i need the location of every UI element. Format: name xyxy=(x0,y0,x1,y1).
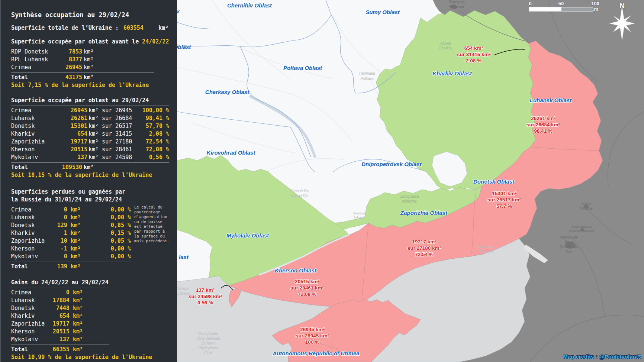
row-total-area: km² sur 26517 xyxy=(88,122,132,130)
row-oblast: RDP Donetsk xyxy=(11,48,65,56)
map-label-cherkasy: Cherkasy Oblast xyxy=(205,89,249,95)
row-delta: 10 km² xyxy=(45,237,81,245)
row-unit: km² xyxy=(84,56,94,64)
total-label: Total xyxy=(11,263,45,271)
city-kharkiv-ua: Харків xyxy=(440,41,451,45)
row-area: 654 xyxy=(61,130,87,138)
row-oblast: Kharkiv xyxy=(11,229,45,237)
annotation-line: 15301 km² xyxy=(487,190,521,197)
row-percent: 0,56 % xyxy=(132,153,169,161)
city-rostov-4: Don xyxy=(566,250,572,254)
row-gain: 137 km² xyxy=(41,336,83,343)
total-area-row: Superficie totale de l’Ukraine : 603554 … xyxy=(11,24,168,32)
table-row: Kharkiv 654 km² xyxy=(11,312,177,320)
total-label: Total xyxy=(11,74,61,81)
table-row: Zaporizhia 19717 km² xyxy=(11,320,177,328)
divider xyxy=(11,205,132,205)
row-oblast: Zaporizhia xyxy=(11,237,45,245)
divider xyxy=(11,72,154,73)
table-row: Kherson 20515 km² sur 28461 72,08 % xyxy=(11,146,169,153)
table-row: RPL Luhansk 8377 km² xyxy=(11,56,177,64)
total-row: Total 43175 km² xyxy=(11,74,177,81)
sea-label-phyllo-3: Zernov's xyxy=(201,341,215,345)
map-label-oblast-partial: Oblast xyxy=(177,44,191,50)
map-label-kirovohrad: Kirovohrad Oblast xyxy=(207,149,255,156)
annotation-line: 72.54 % xyxy=(408,251,441,258)
annotation-line: 72.08 % xyxy=(290,291,324,297)
map-label-sumy: Sumy Oblast xyxy=(366,9,400,15)
row-delta: 0 km² xyxy=(45,253,81,261)
row-percent: 0,05 % xyxy=(81,237,131,245)
row-percent: 0,15 % xyxy=(81,229,131,237)
city-novocherkassk-1: Новочеркаськ xyxy=(571,225,592,229)
row-percent: 57,70 % xyxy=(132,122,169,130)
table-row: Kherson 20515 km² xyxy=(11,328,177,336)
row-oblast: Mykolaiv xyxy=(11,153,61,161)
total-label: Total xyxy=(11,164,61,171)
annotation-line: sur 27180 km² xyxy=(408,245,441,251)
row-area: 26261 xyxy=(61,114,87,122)
table-row: Mykolaiv 137 km² sur 24598 0,56 % xyxy=(11,153,169,161)
row-delta: 0 km² xyxy=(45,206,81,214)
row-total-area: km² sur 26945 xyxy=(88,107,132,114)
annotation-line: sur 24598 km² xyxy=(189,293,222,300)
row-area: 15301 xyxy=(61,122,87,130)
table-row: Mykolaiv 137 km² xyxy=(11,336,177,343)
row-oblast: Crimea xyxy=(11,64,65,71)
table-before: RDP Donetsk 7853 km² RPL Luhansk 8377 km… xyxy=(11,48,177,71)
row-total-area: km² sur 24598 xyxy=(88,153,132,161)
row-area: 20515 xyxy=(61,146,87,153)
row-oblast: Kherson xyxy=(11,328,41,336)
map-label-chernihiv: Chernihiv Oblast xyxy=(227,2,272,9)
scale-bar-graphic xyxy=(529,7,593,12)
table-row: Crimea 0 km² xyxy=(11,289,177,297)
section-delta-heading-2: la Russie du 31/01/24 au 29/02/24 xyxy=(11,196,177,204)
city-kharkiv-de: Charkiw xyxy=(439,46,452,50)
row-oblast: Kharkiv xyxy=(11,130,61,138)
row-oblast: Kharkiv xyxy=(11,312,41,320)
sea-label-phyllo-4: Phyllophora xyxy=(199,346,218,350)
row-oblast: Luhansk xyxy=(11,214,45,222)
row-percent: 0,00 % xyxy=(81,245,131,253)
table-row: Luhansk 17884 km² xyxy=(11,297,177,304)
annotation-mykolaiv: 137 km² sur 24598 km² 0.56 % xyxy=(189,287,222,306)
annotation-donetsk: 15301 km² sur 26517 km² 57.7 % xyxy=(487,190,521,209)
annotation-line: 98.41 % xyxy=(527,128,560,134)
total-value: 43175 xyxy=(61,74,82,81)
annotation-line: 100 % xyxy=(296,339,329,345)
row-area: 7853 xyxy=(65,48,82,56)
annotation-line: 137 km² xyxy=(189,287,222,293)
row-percent: 0,00 % xyxy=(81,214,131,222)
annotation-line: 2.08 % xyxy=(457,58,490,64)
occupation-map: Chernihiv Oblast Sumy Oblast Poltava Obl… xyxy=(177,0,644,362)
row-unit: km² xyxy=(84,48,94,56)
total-row: Total 139 km² xyxy=(11,263,177,271)
row-gain: 0 km² xyxy=(41,289,83,297)
table-row: Crimea 26945 km² xyxy=(11,64,177,71)
region-zaporizka-ua2: область xyxy=(402,199,417,203)
annotation-line: 26945 km² xyxy=(296,326,329,333)
map-terrain xyxy=(177,0,644,362)
annotation-line: sur 26517 km² xyxy=(487,197,521,203)
annotation-luhansk: 26261 km² sur 26684 km² 98.41 % xyxy=(527,115,560,134)
total-value: 139 km² xyxy=(45,263,81,271)
row-gain: 20515 km² xyxy=(41,328,83,336)
row-area: 19717 xyxy=(61,138,87,146)
annotation-crimea: 26945 km² sur 26945 km² 100 % xyxy=(296,326,329,345)
row-gain: 19717 km² xyxy=(41,320,83,328)
row-total-area: km² sur 26684 xyxy=(88,114,132,122)
map-label-dnipropetrovsk: Dnipropetrovsk Oblast xyxy=(361,161,422,167)
row-delta: 0 km² xyxy=(45,214,81,222)
annotation-line: 57.7 % xyxy=(487,203,521,209)
map-label-donetsk: Donetsk Oblast xyxy=(473,178,514,185)
total-label: Total xyxy=(11,346,41,353)
table-row: Kherson -1 km² 0,00 % xyxy=(11,245,177,253)
total-value: 109530 xyxy=(61,164,82,171)
sea-label-phyllo-1: Філофорне xyxy=(199,332,218,336)
table-row: Kharkiv 654 km² sur 31415 2,08 % xyxy=(11,130,169,138)
region-zaporizka-ua: Запорізька xyxy=(400,194,419,198)
annotation-kherson: 20515 km² sur 28461 km² 72.08 % xyxy=(290,278,324,297)
row-area: 26945 xyxy=(65,64,82,71)
total-area-unit: km² xyxy=(158,24,168,32)
row-oblast: Mykolaiv xyxy=(11,253,45,261)
